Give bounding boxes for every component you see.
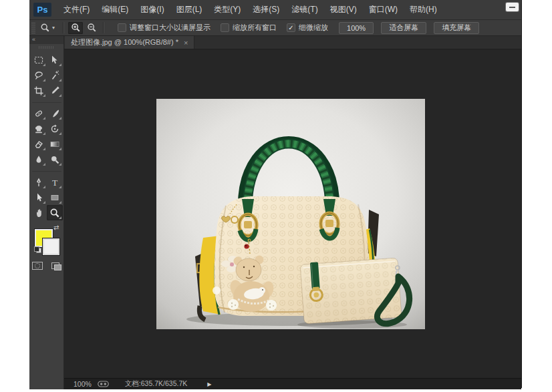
checkbox-label: 缩放所有窗口 [233, 23, 277, 33]
separator [103, 22, 104, 33]
close-icon[interactable]: × [184, 39, 188, 47]
checkbox-box[interactable]: ✓ [287, 23, 295, 32]
menu-layer[interactable]: 图层(L) [170, 0, 209, 19]
zoom-in-icon [71, 23, 81, 33]
tools-panel: « T [29, 36, 64, 389]
color-swatches: ⇄ [33, 226, 60, 255]
tool-brush[interactable] [47, 106, 63, 121]
tool-history-brush[interactable] [47, 121, 63, 136]
canvas[interactable] [64, 49, 521, 378]
document-tab-title: 处理图像.jpg @ 100%(RGB/8#) * [71, 37, 178, 47]
tool-gradient[interactable] [47, 136, 63, 152]
actual-pixels-button[interactable]: 100% [339, 22, 374, 34]
pen-icon [33, 177, 44, 188]
divider [32, 167, 61, 172]
screen-mode-icon [51, 262, 59, 269]
tool-dodge[interactable] [47, 152, 63, 167]
wristlet-clutch [300, 256, 410, 324]
tool-crop[interactable] [31, 83, 47, 98]
fit-screen-button[interactable]: 适合屏幕 [381, 22, 426, 34]
zoom-out-button[interactable] [84, 22, 99, 34]
tool-lasso[interactable] [31, 67, 47, 83]
menu-bar: Ps 文件(F) 编辑(E) 图像(I) 图层(L) 类型(Y) 选择(S) 滤… [29, 0, 521, 20]
document-area: 处理图像.jpg @ 100%(RGB/8#) * × [64, 36, 521, 389]
gradient-icon [49, 139, 60, 150]
tool-move[interactable] [47, 52, 63, 67]
tool-eraser[interactable] [31, 136, 47, 152]
separator [63, 22, 64, 33]
move-icon [49, 55, 60, 65]
menu-select[interactable]: 选择(S) [247, 0, 285, 19]
zoom-in-button[interactable] [68, 22, 83, 34]
status-zoom-level[interactable]: 100% [74, 380, 92, 388]
crop-icon [33, 85, 44, 96]
tool-blur[interactable] [31, 152, 47, 167]
menu-filter[interactable]: 滤镜(T) [285, 0, 323, 19]
checkbox-label: 细微缩放 [299, 23, 328, 33]
minimize-button[interactable] [506, 3, 519, 11]
type-icon: T [49, 177, 60, 188]
tool-clone-stamp[interactable] [31, 121, 47, 136]
tool-eyedropper[interactable] [47, 83, 63, 98]
blur-drop-icon [33, 154, 44, 165]
document-image [156, 99, 425, 329]
tool-grid: T [29, 52, 63, 220]
tab-bar: 处理图像.jpg @ 100%(RGB/8#) * × [64, 36, 521, 49]
healing-brush-icon [33, 108, 44, 119]
zoom-out-icon [87, 23, 97, 33]
menu-file[interactable]: 文件(F) [57, 0, 96, 19]
tool-magic-wand[interactable] [47, 67, 63, 83]
checkbox-zoom-all-windows[interactable]: 缩放所有窗口 [221, 23, 277, 33]
quick-mask-button[interactable] [31, 261, 43, 270]
clone-stamp-icon [33, 124, 44, 134]
checkbox-box[interactable] [118, 23, 126, 32]
quick-mask-icon [32, 262, 43, 270]
path-selection-icon [33, 192, 44, 203]
tool-hand[interactable] [31, 205, 47, 220]
magic-wand-icon [49, 70, 60, 81]
checkbox-label: 调整窗口大小以满屏显示 [130, 23, 211, 33]
menu-image[interactable]: 图像(I) [134, 0, 170, 19]
tool-rectangle-shape[interactable] [47, 190, 63, 205]
status-expand-icon[interactable]: ▶ [207, 381, 211, 387]
checkbox-resize-window-to-fit[interactable]: 调整窗口大小以满屏显示 [118, 23, 211, 33]
tool-type[interactable]: T [47, 174, 63, 190]
eraser-icon [33, 139, 44, 150]
screen-mode-button[interactable] [49, 261, 61, 270]
tool-path-selection[interactable] [31, 190, 47, 205]
document-tab[interactable]: 处理图像.jpg @ 100%(RGB/8#) * × [65, 36, 194, 49]
current-tool-preview[interactable]: ▾ [35, 23, 59, 33]
menu-window[interactable]: 窗口(W) [363, 0, 404, 19]
minimize-icon [509, 7, 515, 8]
tool-rectangular-marquee[interactable] [31, 52, 47, 67]
photoshop-logo: Ps [33, 3, 51, 17]
background-color-swatch[interactable] [43, 238, 59, 255]
divider [32, 98, 61, 103]
status-document-info[interactable]: 文档:635.7K/635.7K [125, 379, 187, 389]
zoom-icon [49, 208, 60, 218]
default-colors-icon[interactable] [34, 246, 41, 253]
tool-options-bar: ▾ 调整窗口大小以满屏显示 缩放所有窗口 ✓ 细微缩放 100% 适合屏幕 填充… [29, 20, 521, 36]
zoom-tool-icon [40, 23, 50, 33]
fill-screen-button[interactable]: 填充屏幕 [434, 22, 479, 34]
checkbox-scrubby-zoom[interactable]: ✓ 细微缩放 [287, 23, 328, 33]
tool-pen[interactable] [31, 174, 47, 190]
rectangular-marquee-icon [33, 55, 44, 65]
checkbox-box[interactable] [221, 23, 229, 32]
menu-view[interactable]: 视图(V) [324, 0, 363, 19]
eyedropper-icon [49, 85, 60, 96]
menu-help[interactable]: 帮助(H) [404, 0, 443, 19]
hand-icon [33, 208, 44, 218]
photoshop-window: Ps 文件(F) 编辑(E) 图像(I) 图层(L) 类型(Y) 选择(S) 滤… [29, 0, 522, 388]
svg-text:T: T [51, 177, 57, 187]
swap-colors-icon[interactable]: ⇄ [53, 224, 59, 231]
tool-spot-healing-brush[interactable] [31, 106, 47, 121]
menu-type[interactable]: 类型(Y) [208, 0, 247, 19]
history-brush-icon [49, 124, 60, 134]
tool-zoom[interactable] [47, 205, 63, 220]
brush-icon [49, 108, 60, 119]
panel-drag-handle[interactable] [29, 44, 63, 50]
panel-collapse-control[interactable]: « [29, 36, 63, 44]
page: { "app": { "logo": "Ps" }, "menu_bar": {… [0, 0, 552, 392]
menu-edit[interactable]: 编辑(E) [96, 0, 134, 19]
